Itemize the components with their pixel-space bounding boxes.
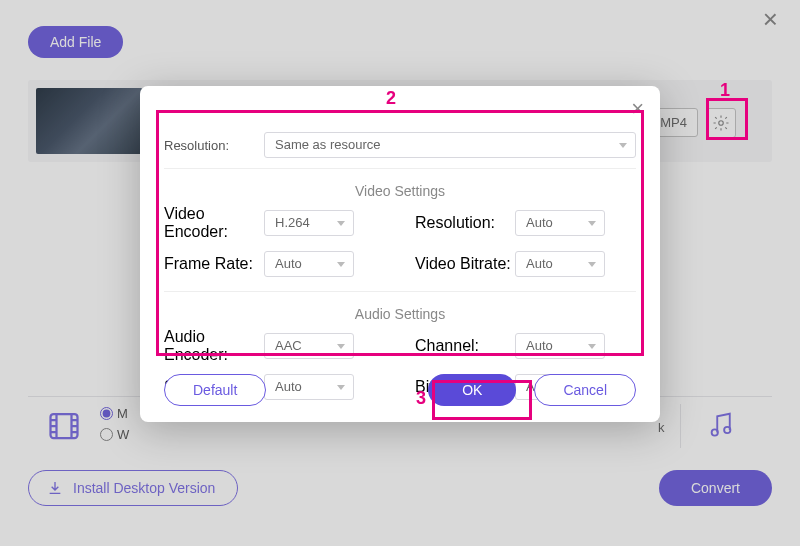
modal-close-icon[interactable]: × [631,98,644,120]
svg-point-0 [719,121,724,126]
add-file-button[interactable]: Add File [28,26,123,58]
format-radio-group[interactable]: M W [100,406,129,448]
resolution-top-label: Resolution: [164,138,264,153]
video-settings-heading: Video Settings [164,183,636,199]
callout-number-3: 3 [416,388,426,409]
cancel-button[interactable]: Cancel [534,374,636,406]
svg-point-2 [712,429,718,435]
radio-option-1[interactable] [100,407,113,420]
bottom-text-fragment: k [658,420,665,435]
install-desktop-label: Install Desktop Version [73,480,215,496]
svg-point-3 [724,427,730,433]
settings-modal: × Resolution: Same as resource Video Set… [140,86,660,422]
frame-rate-select[interactable]: Auto [264,251,354,277]
video-encoder-select[interactable]: H.264 [264,210,354,236]
audio-encoder-label: Audio Encoder: [164,328,264,364]
default-button[interactable]: Default [164,374,266,406]
radio-option-1-label: M [117,406,128,421]
video-bitrate-select[interactable]: Auto [515,251,605,277]
video-encoder-label: Video Encoder: [164,205,264,241]
divider [164,168,636,169]
audio-category-icon [706,410,736,440]
channel-label: Channel: [415,337,515,355]
convert-button[interactable]: Convert [659,470,772,506]
radio-option-2[interactable] [100,428,113,441]
app-close-icon[interactable]: × [763,6,778,32]
resolution-top-select[interactable]: Same as resource [264,132,636,158]
divider [164,291,636,292]
audio-settings-heading: Audio Settings [164,306,636,322]
divider [680,404,681,448]
video-thumbnail [36,88,146,154]
callout-number-2: 2 [386,88,396,109]
video-bitrate-label: Video Bitrate: [415,255,515,273]
ok-button[interactable]: OK [428,374,516,406]
callout-number-1: 1 [720,80,730,101]
gear-icon [712,114,730,132]
video-resolution-select[interactable]: Auto [515,210,605,236]
video-category-icon [46,408,82,444]
frame-rate-label: Frame Rate: [164,255,264,273]
install-desktop-button[interactable]: Install Desktop Version [28,470,238,506]
radio-option-2-label: W [117,427,129,442]
settings-button[interactable] [706,108,736,138]
audio-encoder-select[interactable]: AAC [264,333,354,359]
channel-select[interactable]: Auto [515,333,605,359]
video-resolution-label: Resolution: [415,214,515,232]
download-icon [47,480,63,496]
